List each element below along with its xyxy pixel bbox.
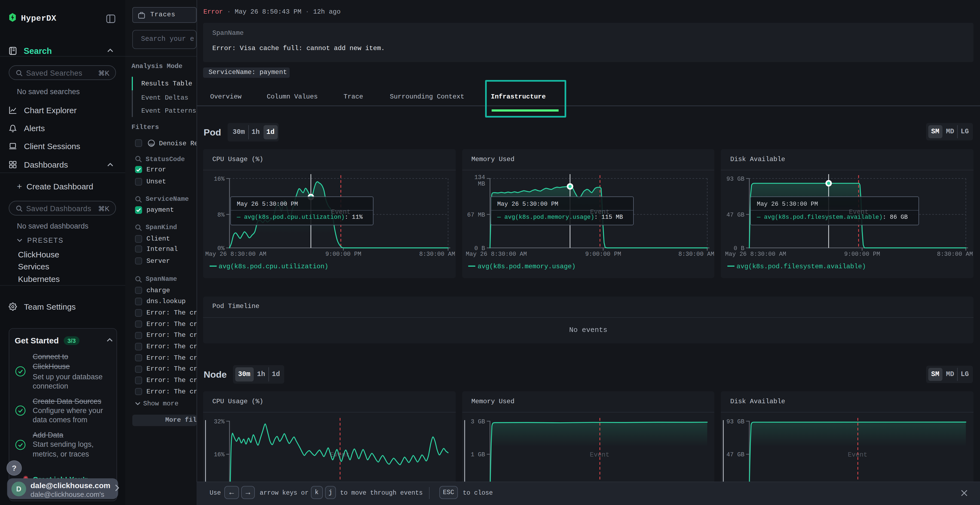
svg-text:93 GB: 93 GB xyxy=(727,418,745,425)
svg-text:Event: Event xyxy=(330,451,350,459)
svg-text:May 26 8:30:00 AM: May 26 8:30:00 AM xyxy=(725,251,786,258)
svg-text:16%: 16% xyxy=(214,176,224,183)
svg-text:Event: Event xyxy=(848,451,867,459)
svg-text:47 GB: 47 GB xyxy=(727,451,745,458)
svg-text:47 GB: 47 GB xyxy=(727,212,745,219)
svg-text:93 GB: 93 GB xyxy=(727,176,745,183)
svg-text:9:00:00 PM: 9:00:00 PM xyxy=(325,251,361,258)
svg-text:9:00:00 PM: 9:00:00 PM xyxy=(845,251,880,258)
svg-text:16%: 16% xyxy=(214,451,224,458)
svg-text:134: 134 xyxy=(474,174,485,181)
svg-text:8:30:00 AM: 8:30:00 AM xyxy=(678,251,714,258)
svg-text:May 26 8:30:00 AM: May 26 8:30:00 AM xyxy=(205,251,266,258)
svg-text:May 26 8:30:00 AM: May 26 8:30:00 AM xyxy=(466,251,527,258)
svg-text:3 GB: 3 GB xyxy=(471,418,485,425)
svg-text:1 GB: 1 GB xyxy=(471,451,485,458)
svg-text:67 MB: 67 MB xyxy=(467,212,485,219)
svg-text:8:30:00 AM: 8:30:00 AM xyxy=(937,251,973,258)
svg-text:8:30:00 AM: 8:30:00 AM xyxy=(419,251,455,258)
svg-text:9:00:00 PM: 9:00:00 PM xyxy=(585,251,621,258)
svg-text:MB: MB xyxy=(478,181,485,187)
svg-text:Event: Event xyxy=(590,451,609,459)
svg-text:32%: 32% xyxy=(214,418,224,425)
svg-text:8%: 8% xyxy=(218,212,225,219)
